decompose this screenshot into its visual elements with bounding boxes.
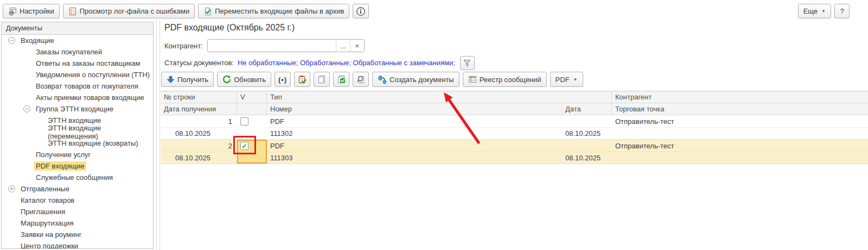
sidebar-item[interactable]: Заказы покупателей <box>2 46 153 58</box>
documents-sidebar: Документы −ВходящиеЗаказы покупателейОтв… <box>1 22 154 249</box>
sidebar-item-label: Каталог товаров <box>19 196 76 205</box>
sidebar-item[interactable]: +Отправленные <box>2 183 153 195</box>
column-header-date[interactable]: Дата <box>562 103 612 115</box>
doc-trade-point <box>612 127 868 139</box>
pdf-menu-button[interactable]: PDF ▼ <box>550 72 583 87</box>
sidebar-item[interactable]: Получение услуг <box>2 149 153 160</box>
column-header-empty[interactable] <box>237 103 267 115</box>
doc-date-received: 08.10.2025 <box>161 127 237 139</box>
info-icon <box>356 7 366 16</box>
view-log-button[interactable]: Просмотр лог-файла с ошибками <box>63 4 195 18</box>
receive-button-label: Получить <box>177 76 208 84</box>
refresh-button[interactable]: Обновить <box>217 72 271 87</box>
check-cell[interactable] <box>237 115 267 139</box>
counterparty-select-button[interactable]: ... <box>336 40 350 52</box>
download-arrow-icon <box>167 76 175 84</box>
sidebar-item[interactable]: Служебные сообщения <box>2 172 153 183</box>
top-toolbar: Настройки Просмотр лог-файла с ошибками … <box>3 4 369 18</box>
table-row[interactable]: 1PDFОтправитель-тест08.10.202511130208.1… <box>161 115 868 140</box>
doc-trade-point <box>612 152 868 164</box>
archive-check-icon <box>203 7 212 16</box>
collapse-icon[interactable]: − <box>23 105 30 112</box>
help-button-label: ? <box>840 7 844 15</box>
table-row[interactable]: 2✓PDFОтправитель-тест08.10.202511130308.… <box>161 140 868 164</box>
row-number: 2 <box>161 140 237 152</box>
row-checkbox[interactable] <box>240 117 248 126</box>
move-to-archive-button[interactable]: Переместить входящие файлы в архив <box>198 4 349 18</box>
column-header-counterparty[interactable]: Контрагент <box>612 91 868 103</box>
sidebar-item[interactable]: Акты приемки товаров входящие <box>2 92 153 103</box>
column-header-number[interactable]: Номер <box>267 103 562 115</box>
pages-check-button[interactable] <box>333 72 349 87</box>
pdf-menu-label: PDF <box>556 76 570 84</box>
page-title: PDF входящие (Октябрь 2025 г.) <box>164 23 295 33</box>
doc-date: 08.10.2025 <box>562 127 612 139</box>
sidebar-item[interactable]: ЭТТН входящие (перемещения) <box>2 126 153 138</box>
log-file-icon <box>68 7 77 16</box>
sidebar-item[interactable]: −Входящие <box>2 35 153 46</box>
doc-date-received: 08.10.2025 <box>161 152 237 164</box>
sidebar-item[interactable]: −Группа ЭТТН входящие <box>2 103 153 115</box>
counterparty-label: Контрагент: <box>164 42 203 50</box>
sidebar-item[interactable]: PDF входящие <box>2 160 153 172</box>
help-button[interactable]: ? <box>834 4 850 18</box>
status-filter-links[interactable]: Не обработанные; Обработанные; Обработан… <box>238 59 455 67</box>
broadcast-button[interactable]: (•) <box>275 72 291 87</box>
message-registry-button-label: Реестр сообщений <box>480 76 541 84</box>
top-toolbar-right: Еще ▼ ? <box>798 4 850 18</box>
more-button[interactable]: Еще ▼ <box>798 4 831 18</box>
message-registry-button[interactable]: Реестр сообщений <box>463 72 547 87</box>
copy-icon-button[interactable] <box>314 72 330 87</box>
copy-icon <box>317 75 326 84</box>
collapse-icon[interactable]: − <box>8 37 15 44</box>
row-checkbox-checked[interactable]: ✓ <box>240 142 248 150</box>
column-header-line-no[interactable]: № строки <box>161 91 237 103</box>
column-header-date-received[interactable]: Дата получения <box>161 103 237 115</box>
sidebar-item-label: Входящие <box>19 36 56 45</box>
check-cell-focused[interactable]: ✓ <box>237 140 267 164</box>
doc-date: 08.10.2025 <box>562 152 612 164</box>
receive-button[interactable]: Получить <box>161 72 214 87</box>
create-documents-button-label: Создать документы <box>390 76 454 84</box>
expand-icon[interactable]: + <box>8 185 15 192</box>
clipboard-check-icon <box>298 75 307 84</box>
row-number: 1 <box>161 115 237 127</box>
search-doc-button[interactable] <box>353 72 369 87</box>
doc-number: 111303 <box>267 152 562 164</box>
counterparty-input[interactable] <box>208 40 336 52</box>
create-documents-button[interactable]: Создать документы <box>372 72 459 87</box>
chevron-down-icon: ▼ <box>573 77 578 82</box>
sidebar-item[interactable]: Возврат товаров от покупателя <box>2 80 153 92</box>
settings-button[interactable]: Настройки <box>3 4 60 18</box>
counterparty-clear-button[interactable]: × <box>350 40 364 52</box>
doc-type: PDF <box>267 140 562 152</box>
sidebar-item-label: Заявки на роуминг <box>19 230 83 239</box>
chevron-down-icon: ▼ <box>821 9 826 14</box>
list-toolbar: Получить Обновить (•) <box>161 72 583 87</box>
sidebar-item[interactable]: Заявки на роуминг <box>2 229 153 240</box>
sidebar-item[interactable]: Каталог товаров <box>2 195 153 206</box>
sidebar-item-label: Маршрутизация <box>19 218 75 228</box>
column-header-check[interactable]: V <box>237 91 267 103</box>
counterparty-lookup-field: ... × <box>207 39 365 52</box>
sidebar-item[interactable]: ЭТТН входящие (возвраты) <box>2 138 153 149</box>
sidebar-item-label: Заказы покупателей <box>34 47 104 57</box>
sidebar-item[interactable]: Маршрутизация <box>2 217 153 229</box>
doc-counterparty: Отправитель-тест <box>612 140 868 152</box>
table-body: 1PDFОтправитель-тест08.10.202511130208.1… <box>161 115 868 164</box>
sidebar-item[interactable]: Уведомления о поступлении (ТТН) <box>2 69 153 80</box>
column-header-trade-point[interactable]: Торговая точка <box>612 103 868 115</box>
info-button[interactable] <box>353 4 369 18</box>
column-header-type[interactable]: Тип <box>267 91 612 103</box>
sidebar-item[interactable]: Ответы на заказы поставщикам <box>2 58 153 69</box>
list-settings-button[interactable] <box>460 56 475 70</box>
funnel-icon <box>463 59 471 67</box>
doc-counterparty: Отправитель-тест <box>612 115 868 127</box>
sidebar-title: Документы <box>2 22 153 35</box>
sidebar-item[interactable]: Центр поддержки <box>2 240 153 249</box>
clipboard-check-button[interactable] <box>294 72 310 87</box>
status-filter-row: Статусы документов: Не обработанные; Обр… <box>164 55 475 70</box>
sidebar-item[interactable]: Приглашения <box>2 206 153 217</box>
magnifier-icon <box>356 75 365 84</box>
panel-splitter[interactable] <box>156 21 160 250</box>
